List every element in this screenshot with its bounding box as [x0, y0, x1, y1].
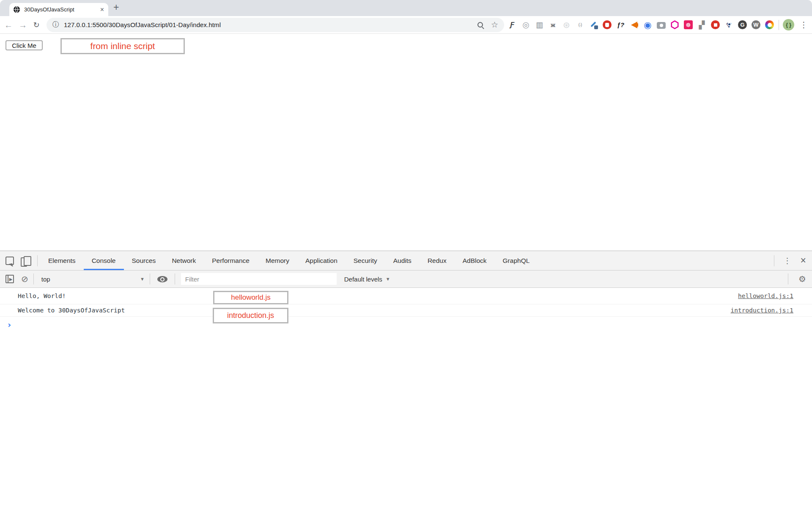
- extensions-row: Ƒ ◎ ▥ ж ⊛ (-) ƒ? ◉ ☸ ▞ ♥ G W: [508, 20, 774, 29]
- console-messages: Hello, World! helloworld.js:1 Welcome to…: [0, 288, 812, 329]
- tab-audits[interactable]: Audits: [385, 251, 420, 270]
- ext-icon-columns[interactable]: ▥: [535, 20, 544, 29]
- console-toolbar-divider: [33, 273, 34, 284]
- console-message-row: Hello, World! helloworld.js:1: [0, 288, 812, 304]
- console-message-text: Hello, World!: [18, 293, 66, 299]
- inspect-element-icon[interactable]: [5, 257, 14, 265]
- tab-title: 30DaysOfJavaScript: [24, 6, 100, 13]
- source-link[interactable]: introduction.js:1: [731, 307, 793, 314]
- ext-icon-blue-circle[interactable]: ◉: [643, 20, 652, 29]
- tab-network[interactable]: Network: [164, 251, 204, 270]
- ext-icon-color-ring[interactable]: [765, 20, 774, 29]
- source-link[interactable]: helloworld.js:1: [738, 293, 793, 299]
- console-prompt-chevron-icon[interactable]: ›: [0, 320, 812, 329]
- context-label: top: [41, 276, 50, 283]
- inline-script-annotation: from inline script: [60, 38, 185, 54]
- browser-window: 30DaysOfJavaScript × + ← → ↻ ⓘ 127.0.0.1…: [0, 0, 812, 508]
- tab-graphql[interactable]: GraphQL: [495, 251, 538, 270]
- tab-security[interactable]: Security: [346, 251, 385, 270]
- live-expression-eye-icon[interactable]: [157, 276, 167, 282]
- new-tab-button[interactable]: +: [113, 2, 119, 13]
- url-text[interactable]: 127.0.0.1:5500/30DaysOfJavaScript/01-Day…: [64, 21, 221, 28]
- devtools-close-icon[interactable]: ×: [801, 256, 806, 265]
- tab-strip: 30DaysOfJavaScript × +: [0, 0, 812, 16]
- web-page-content: Click Me: [0, 34, 812, 251]
- ext-icon-brackets[interactable]: (-): [576, 20, 584, 29]
- favicon-globe-icon: [13, 6, 20, 13]
- ext-icon-eyedropper[interactable]: [589, 20, 598, 29]
- tab-application[interactable]: Application: [297, 251, 346, 270]
- browser-tab[interactable]: 30DaysOfJavaScript ×: [9, 3, 108, 16]
- ext-icon-w-circle[interactable]: W: [752, 20, 760, 29]
- devtools-panel: Elements Console Sources Network Perform…: [0, 251, 812, 508]
- console-toolbar: ▶ ⊘ top ▼ Default levels ▼ ⚙: [0, 271, 812, 288]
- ext-icon-camera[interactable]: [657, 22, 666, 29]
- ext-icon-orbit[interactable]: ◎: [521, 20, 530, 29]
- profile-avatar[interactable]: { }: [783, 19, 794, 30]
- tab-redux[interactable]: Redux: [420, 251, 455, 270]
- chevron-down-icon: ▼: [140, 276, 145, 282]
- ext-icon-atom[interactable]: ⊛: [562, 20, 571, 29]
- console-filter-input[interactable]: [181, 273, 337, 285]
- toolbar-divider: [779, 20, 779, 30]
- address-bar[interactable]: ⓘ 127.0.0.1:5500/30DaysOfJavaScript/01-D…: [47, 18, 504, 32]
- devtools-tab-bar: Elements Console Sources Network Perform…: [0, 251, 812, 271]
- console-toolbar-divider: [788, 273, 788, 284]
- devtools-divider: [774, 255, 774, 266]
- tab-memory[interactable]: Memory: [258, 251, 297, 270]
- tab-adblock[interactable]: AdBlock: [455, 251, 495, 270]
- forward-icon[interactable]: →: [17, 21, 29, 29]
- bookmark-star-icon[interactable]: ☆: [491, 21, 498, 29]
- back-icon[interactable]: ←: [3, 21, 14, 29]
- page-info-icon[interactable]: ⓘ: [52, 20, 59, 29]
- log-levels-selector[interactable]: Default levels ▼: [344, 276, 390, 283]
- ext-icon-blocks[interactable]: ▞: [697, 20, 706, 29]
- helloworld-annotation: helloworld.js: [213, 291, 288, 304]
- ext-icon-heart-search[interactable]: ♥: [724, 20, 733, 29]
- tab-performance[interactable]: Performance: [204, 251, 258, 270]
- tab-console[interactable]: Console: [84, 251, 124, 270]
- devtools-menu-icon[interactable]: ⋮: [784, 256, 791, 265]
- tab-elements[interactable]: Elements: [40, 251, 84, 270]
- console-message-row: Welcome to 30DaysOfJavaScript introducti…: [0, 304, 812, 317]
- ext-icon-g-circle[interactable]: G: [738, 20, 747, 29]
- ext-icon-hexagon[interactable]: [670, 20, 679, 29]
- devtools-tabbar-right: ⋮ ×: [768, 255, 812, 266]
- tab-sources[interactable]: Sources: [124, 251, 164, 270]
- browser-menu-icon[interactable]: ⋮: [800, 20, 808, 30]
- levels-label: Default levels: [344, 276, 382, 283]
- device-toolbar-icon[interactable]: [21, 256, 31, 265]
- devtools-tabs: Elements Console Sources Network Perform…: [40, 251, 538, 270]
- console-sidebar-toggle-icon[interactable]: ▶: [5, 275, 14, 283]
- browser-toolbar: ← → ↻ ⓘ 127.0.0.1:5500/30DaysOfJavaScrip…: [0, 16, 812, 34]
- introduction-annotation: introduction.js: [213, 308, 288, 323]
- console-message-text: Welcome to 30DaysOfJavaScript: [18, 307, 125, 314]
- console-toolbar-divider: [150, 273, 150, 284]
- reload-icon[interactable]: ↻: [30, 21, 42, 29]
- ext-icon-bug[interactable]: ж: [549, 20, 557, 29]
- execution-context-selector[interactable]: top ▼: [39, 276, 145, 283]
- click-me-button[interactable]: Click Me: [5, 40, 43, 50]
- settings-gear-icon[interactable]: ⚙: [798, 274, 806, 284]
- ext-icon-f-script[interactable]: Ƒ: [508, 20, 517, 29]
- chevron-down-icon: ▼: [386, 276, 390, 282]
- tab-close-icon[interactable]: ×: [100, 6, 104, 13]
- zoom-search-icon[interactable]: [477, 22, 483, 28]
- devtools-divider: [37, 255, 38, 266]
- ext-icon-megaphone[interactable]: [630, 20, 639, 29]
- ext-icon-stop-hand[interactable]: [603, 20, 612, 29]
- ext-icon-red-badge[interactable]: [711, 20, 720, 29]
- clear-console-icon[interactable]: ⊘: [21, 275, 28, 283]
- console-toolbar-divider: [175, 273, 175, 284]
- ext-icon-pink-gear[interactable]: ☸: [684, 20, 693, 29]
- ext-icon-fn-question[interactable]: ƒ?: [616, 20, 625, 29]
